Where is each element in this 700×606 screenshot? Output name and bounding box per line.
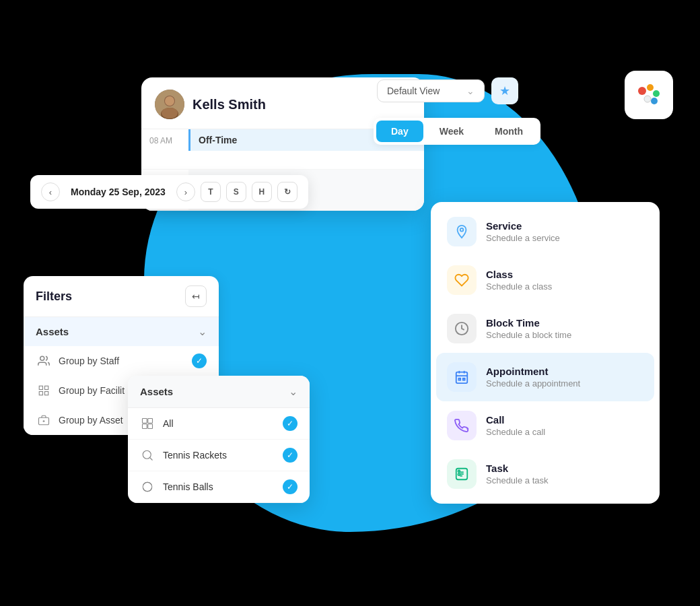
class-icon [447,265,477,295]
call-text: Call Schedule a call [486,414,545,437]
class-title: Class [486,269,552,280]
svg-rect-13 [456,372,468,384]
svg-point-10 [644,96,651,102]
filter-staff-check: ✓ [192,354,207,368]
menu-item-task[interactable]: Task Schedule a task [436,450,654,498]
facility-icon [36,382,52,399]
next-date-button[interactable]: › [176,182,195,201]
dropdown-all-check: ✓ [283,416,298,431]
assets-dropdown-title: Assets [140,386,173,397]
asset-icon [36,412,52,428]
task-icon [447,459,477,489]
dropdown-all-label: All [163,418,275,429]
svg-rect-36 [148,424,153,429]
task-text: Task Schedule a task [486,463,549,485]
tab-day[interactable]: Day [376,121,423,142]
filters-header: Filters ↤ [24,276,219,317]
block-time-icon [447,314,477,343]
menu-item-service[interactable]: Service Schedule a service [436,207,654,256]
avatar [155,90,184,119]
service-subtitle: Schedule a service [486,233,560,243]
svg-rect-23 [458,471,460,473]
palette-icon [633,79,665,111]
view-tabs: Day Week Month [374,118,540,145]
task-subtitle: Schedule a task [486,475,549,485]
service-title: Service [486,220,560,232]
appointment-icon [447,362,477,392]
block-time-text: Block Time Schedule a block time [486,317,571,340]
menu-item-block-time[interactable]: Block Time Schedule a block time [436,304,654,353]
service-text: Service Schedule a service [486,220,560,243]
staff-icon [36,353,52,369]
svg-point-25 [40,356,44,360]
assets-dropdown-header[interactable]: Assets ⌄ [128,376,310,408]
menu-item-call[interactable]: Call Schedule a call [436,401,654,450]
schedule-menu: Service Schedule a service Class Schedul… [431,202,660,504]
menu-item-class[interactable]: Class Schedule a class [436,256,654,304]
block-time-subtitle: Schedule a block time [486,330,571,340]
dropdown-balls-label: Tennis Balls [163,481,275,492]
filters-title: Filters [36,290,72,304]
s-button[interactable]: S [226,182,246,202]
svg-point-4 [162,108,178,119]
svg-rect-33 [143,419,147,424]
svg-point-6 [638,87,646,95]
palette-card[interactable] [625,71,673,119]
filters-collapse-button[interactable]: ↤ [185,285,207,307]
menu-item-appointment[interactable]: Appointment Schedule a appointment [436,353,654,401]
svg-rect-28 [39,392,42,395]
appointment-subtitle: Schedule a appointment [486,378,580,389]
task-title: Task [486,463,549,474]
call-icon [447,411,477,440]
assets-section-header[interactable]: Assets ⌄ [24,317,219,346]
svg-rect-18 [463,378,465,380]
default-view-label: Default View [387,86,440,96]
svg-rect-24 [458,473,460,475]
view-selector: Default View ⌄ ★ [377,77,518,104]
default-view-dropdown[interactable]: Default View ⌄ [377,79,485,102]
svg-point-11 [460,228,464,232]
assets-dropdown-chevron-icon: ⌄ [289,385,298,398]
svg-rect-34 [148,419,153,424]
date-nav: ‹ Monday 25 Sep, 2023 › T S H ↻ [30,175,308,209]
svg-point-8 [653,90,660,97]
dropdown-item-all[interactable]: All ✓ [128,408,310,440]
filter-staff-label: Group by Staff [59,356,185,366]
svg-rect-35 [143,424,147,429]
class-text: Class Schedule a class [486,269,552,292]
svg-rect-29 [45,392,48,395]
current-date: Monday 25 Sep, 2023 [65,187,171,197]
svg-point-7 [647,84,654,91]
assets-label: Assets [36,326,69,337]
appointment-title: Appointment [486,366,580,377]
h-button[interactable]: H [252,182,272,202]
dropdown-chevron-icon: ⌄ [466,86,475,96]
assets-chevron-icon: ⌄ [198,325,207,338]
svg-point-37 [143,450,151,459]
service-icon [447,217,477,246]
dropdown-item-tennis-rackets[interactable]: Tennis Rackets ✓ [128,440,310,471]
filter-item-staff[interactable]: Group by Staff ✓ [24,346,219,376]
t-button[interactable]: T [201,182,221,202]
time-label-8am: 08 AM [141,129,188,151]
user-name: Kells Smith [193,97,266,112]
svg-line-38 [150,458,153,461]
class-subtitle: Schedule a class [486,281,552,292]
svg-rect-17 [458,378,460,380]
tennis-balls-icon [140,479,155,494]
block-time-title: Block Time [486,317,571,329]
tab-month[interactable]: Month [480,121,538,142]
all-icon [140,416,155,431]
dropdown-item-tennis-balls[interactable]: Tennis Balls ✓ [128,471,310,503]
assets-dropdown: Assets ⌄ All ✓ Tennis Rack [128,376,310,503]
svg-rect-27 [45,386,48,389]
prev-date-button[interactable]: ‹ [41,182,60,201]
dropdown-rackets-label: Tennis Rackets [163,450,275,461]
call-subtitle: Schedule a call [486,427,545,437]
favorite-button[interactable]: ★ [491,77,518,104]
dropdown-rackets-check: ✓ [283,448,298,463]
tab-week[interactable]: Week [425,121,479,142]
refresh-button[interactable]: ↻ [277,182,298,202]
svg-point-9 [651,98,658,104]
svg-rect-26 [39,386,42,389]
